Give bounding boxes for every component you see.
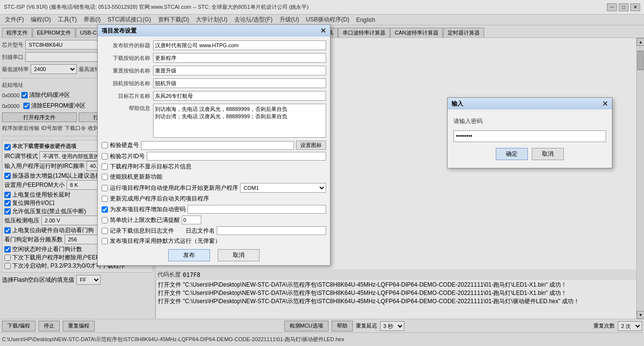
enable-offline-label: 使能脱机更新新功能: [110, 173, 162, 181]
password-cancel-button[interactable]: 取消: [532, 148, 564, 160]
silent-run-checkbox[interactable]: [102, 238, 108, 244]
log-file-label: 日志文件名: [186, 227, 215, 235]
software-title-label: 发布软件的标题: [102, 42, 150, 49]
no-show-chip-info-row: 下载程序时不显示目标芯片信息: [102, 163, 326, 171]
log-label: 记录下载信息到日志文件: [110, 227, 174, 235]
password-dialog-title: 输入 ✕: [448, 98, 612, 109]
verify-chip-id-row: 检验芯片ID号: [102, 152, 326, 161]
target-chip-name-input[interactable]: [153, 91, 326, 101]
software-title-row: 发布软件的标题: [102, 40, 326, 50]
log-file-input[interactable]: [217, 226, 326, 235]
add-password-input[interactable]: [188, 205, 326, 214]
password-dialog-title-text: 输入: [452, 100, 463, 108]
limit-download-checkbox[interactable]: [102, 217, 108, 223]
help-info-label: 帮助信息: [102, 104, 150, 112]
restart-btn-name-input[interactable]: [153, 66, 326, 75]
verify-hdd-label: 检验硬盘号: [110, 141, 139, 149]
enable-offline-checkbox[interactable]: [102, 174, 108, 180]
no-show-chip-info-label: 下载程序时不显示目标芯片信息: [110, 163, 191, 171]
target-chip-name-label: 目标芯片名称: [102, 92, 150, 100]
auto-run-label: 运行项目程序时自动使用此串口开始更新用户程序: [110, 184, 238, 192]
verify-hdd-checkbox[interactable]: [102, 142, 108, 148]
com-port-select[interactable]: COM1: [240, 183, 326, 193]
auto-close-checkbox[interactable]: [102, 196, 108, 202]
limit-download-row: 简单统计上限次数已满提醒: [102, 216, 326, 224]
silent-run-row: 发布项目程序采用静默方式运行（无弹窗）: [102, 237, 326, 245]
help-info-textarea[interactable]: 到访南海，先电话 汉唐风光，88889999，否则后果自负 到访台湾；先电话 汉…: [153, 104, 326, 138]
password-confirm-button[interactable]: 确定: [496, 148, 528, 160]
log-checkbox[interactable]: [102, 228, 108, 234]
auto-run-row: 运行项目程序时自动使用此串口开始更新用户程序 COM1: [102, 183, 326, 193]
publish-cancel-button[interactable]: 取消: [218, 249, 260, 261]
restart-btn-name-label: 重置按钮的名称: [102, 67, 150, 74]
download-btn-name-label: 下载按钮的名称: [102, 55, 150, 62]
add-password-label: 为发布项目程序增加自动密码: [110, 205, 186, 214]
verify-chip-id-label: 检验芯片ID号: [110, 152, 145, 161]
software-title-input[interactable]: [153, 40, 326, 50]
publish-dialog-close[interactable]: ✕: [320, 27, 326, 35]
password-prompt: 请输入密码: [453, 117, 606, 126]
restart-btn-name-row: 重置按钮的名称: [102, 66, 326, 75]
log-row: 记录下载信息到日志文件 日志文件名: [102, 226, 326, 235]
target-chip-name-row: 目标芯片名称: [102, 91, 326, 101]
offline-btn-name-row: 脱机按钮的名称: [102, 78, 326, 88]
password-dialog-body: 请输入密码 确定 取消: [448, 109, 612, 168]
publish-dialog-buttons: 发布 取消: [102, 249, 326, 261]
enable-offline-row: 使能脱机更新新功能: [102, 173, 326, 181]
limit-download-label: 简单统计上限次数已满提醒: [110, 216, 180, 224]
download-btn-name-row: 下载按钮的名称: [102, 53, 326, 63]
publish-dialog-title: 项目发布设置 ✕: [98, 25, 330, 36]
password-dialog-close[interactable]: ✕: [602, 100, 608, 108]
auto-run-checkbox[interactable]: [102, 185, 108, 191]
offline-btn-name-label: 脱机按钮的名称: [102, 80, 150, 87]
publish-dialog-body: 发布软件的标题 下载按钮的名称 重置按钮的名称 脱机按钮的名称 目标芯片名称 帮…: [98, 36, 330, 265]
offline-btn-name-input[interactable]: [153, 78, 326, 88]
add-password-checkbox[interactable]: [102, 206, 108, 213]
download-btn-name-input[interactable]: [153, 53, 326, 63]
publish-dialog: 项目发布设置 ✕ 发布软件的标题 下载按钮的名称 重置按钮的名称 脱机按钮的名称…: [97, 24, 331, 266]
limit-value-input[interactable]: [182, 216, 201, 224]
auto-close-row: 更新完成用户程序后自动关闭项目程序: [102, 195, 326, 203]
no-show-chip-info-checkbox[interactable]: [102, 164, 108, 170]
help-info-row: 帮助信息 到访南海，先电话 汉唐风光，88889999，否则后果自负 到访台湾；…: [102, 104, 326, 138]
silent-run-label: 发布项目程序采用静默方式运行（无弹窗）: [110, 237, 221, 245]
publish-dialog-title-text: 项目发布设置: [102, 27, 137, 35]
password-dialog-buttons: 确定 取消: [453, 148, 606, 160]
set-image-button[interactable]: 设置图标: [296, 141, 326, 150]
auto-close-label: 更新完成用户程序后自动关闭项目程序: [110, 195, 209, 203]
verify-chip-id-input[interactable]: [147, 152, 326, 161]
verify-hdd-row: 检验硬盘号 设置图标: [102, 141, 326, 150]
add-password-row: 为发布项目程序增加自动密码: [102, 205, 326, 214]
verify-hdd-input[interactable]: [141, 141, 294, 150]
verify-chip-id-checkbox[interactable]: [102, 153, 108, 160]
password-input[interactable]: [453, 130, 606, 142]
password-dialog: 输入 ✕ 请输入密码 确定 取消: [447, 97, 612, 168]
publish-confirm-button[interactable]: 发布: [168, 249, 210, 261]
